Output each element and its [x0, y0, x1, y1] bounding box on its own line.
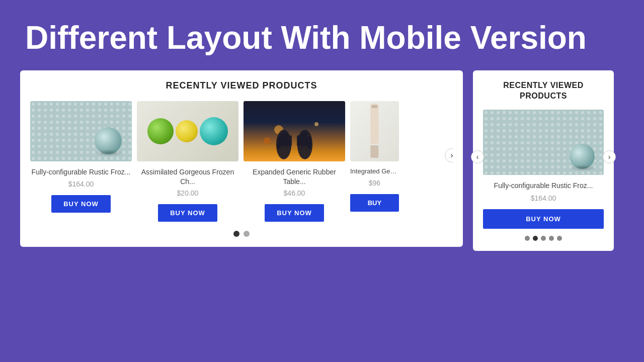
products-row: Fully-configurable Rustic Froz... $164.0…: [30, 101, 453, 221]
buy-button-3[interactable]: BUY NOW: [265, 204, 324, 222]
carousel-dots: [30, 231, 453, 237]
carousel-next-button[interactable]: ›: [445, 148, 453, 162]
page-title: Different Layout With Mobile Version: [0, 0, 644, 70]
desktop-widget-title: RECENTLY VIEWED PRODUCTS: [30, 80, 453, 91]
mobile-dot-2[interactable]: [533, 236, 538, 241]
product-price-2: $20.00: [137, 189, 238, 197]
dot-1[interactable]: [233, 231, 239, 237]
mobile-dot-1[interactable]: [525, 236, 530, 241]
main-content: RECENTLY VIEWED PRODUCTS Fully-configura…: [0, 70, 644, 250]
product-name-2: Assimilated Gorgeous Frozen Ch...: [137, 167, 238, 186]
product-name-3: Expanded Generic Rubber Table...: [244, 167, 345, 186]
product-image-3: [244, 101, 345, 161]
ball-green: [147, 118, 174, 144]
mobile-product-image: [483, 110, 604, 175]
mobile-next-button[interactable]: ›: [603, 150, 616, 163]
svg-rect-10: [370, 104, 378, 144]
product-card-1: Fully-configurable Rustic Froz... $164.0…: [30, 101, 132, 221]
mobile-buy-button[interactable]: BUY NOW: [483, 209, 604, 229]
svg-rect-2: [281, 133, 285, 146]
ball-teal: [200, 117, 228, 145]
buy-button-1[interactable]: BUY NOW: [51, 195, 111, 213]
product-price-1: $164.00: [30, 180, 132, 188]
product-price-4: $96: [350, 179, 399, 187]
mobile-carousel-dots: [483, 236, 604, 241]
mobile-product-price: $164.00: [483, 194, 604, 202]
svg-rect-6: [308, 136, 311, 149]
mobile-prev-button[interactable]: ‹: [471, 150, 484, 163]
svg-rect-12: [370, 145, 378, 158]
mobile-widget: RECENTLY VIEWED PRODUCTS Fully-configura…: [473, 70, 614, 250]
product-card-4: Integrated Generi $96 BUY: [350, 101, 399, 221]
mobile-widget-title: RECENTLY VIEWED PRODUCTS: [483, 80, 604, 102]
svg-rect-3: [285, 134, 289, 146]
product-price-3: $46.00: [244, 189, 345, 197]
mobile-dot-5[interactable]: [557, 236, 562, 241]
product-image-2: [137, 101, 238, 161]
buy-button-4[interactable]: BUY: [350, 194, 399, 212]
mobile-product-name: Fully-configurable Rustic Froz...: [483, 181, 604, 191]
svg-rect-9: [297, 135, 300, 146]
mobile-dot-4[interactable]: [549, 236, 554, 241]
product-image-1: [30, 101, 132, 161]
product-name-1: Fully-configurable Rustic Froz...: [30, 167, 132, 176]
product-card-3: Expanded Generic Rubber Table... $46.00 …: [244, 101, 345, 221]
ball-yellow: [176, 120, 198, 142]
product-name-4: Integrated Generi: [350, 167, 399, 176]
mobile-dot-3[interactable]: [541, 236, 546, 241]
buy-button-2[interactable]: BUY NOW: [158, 204, 217, 222]
dot-2[interactable]: [244, 231, 250, 237]
desktop-widget: RECENTLY VIEWED PRODUCTS Fully-configura…: [20, 70, 463, 246]
svg-rect-7: [304, 133, 307, 146]
product-card-2: Assimilated Gorgeous Frozen Ch... $20.00…: [137, 101, 238, 221]
svg-rect-8: [300, 134, 304, 146]
product-image-4: [350, 101, 399, 161]
svg-rect-4: [289, 135, 292, 146]
svg-rect-11: [371, 105, 377, 108]
svg-rect-1: [277, 136, 281, 149]
